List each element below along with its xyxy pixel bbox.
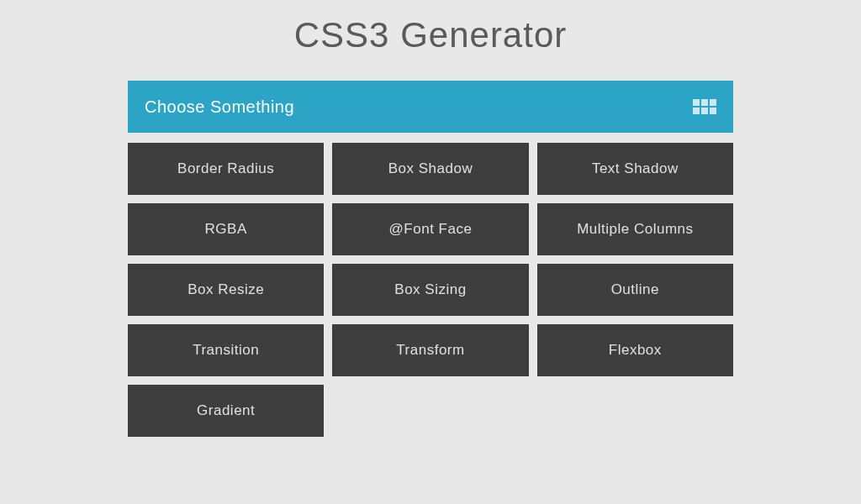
option-outline[interactable]: Outline [537, 264, 733, 316]
selector-header[interactable]: Choose Something [128, 81, 733, 133]
option-box-resize[interactable]: Box Resize [128, 264, 324, 316]
selector-label: Choose Something [145, 97, 294, 117]
option-flexbox[interactable]: Flexbox [537, 324, 733, 376]
grid-icon [693, 99, 716, 114]
option-font-face[interactable]: @Font Face [332, 203, 528, 255]
options-grid: Border Radius Box Shadow Text Shadow RGB… [128, 143, 733, 437]
option-text-shadow[interactable]: Text Shadow [537, 143, 733, 195]
option-transform[interactable]: Transform [332, 324, 528, 376]
option-multiple-columns[interactable]: Multiple Columns [537, 203, 733, 255]
option-border-radius[interactable]: Border Radius [128, 143, 324, 195]
option-box-sizing[interactable]: Box Sizing [332, 264, 528, 316]
option-gradient[interactable]: Gradient [128, 385, 324, 437]
page-title: CSS3 Generator [128, 15, 733, 55]
option-box-shadow[interactable]: Box Shadow [332, 143, 528, 195]
option-transition[interactable]: Transition [128, 324, 324, 376]
option-rgba[interactable]: RGBA [128, 203, 324, 255]
